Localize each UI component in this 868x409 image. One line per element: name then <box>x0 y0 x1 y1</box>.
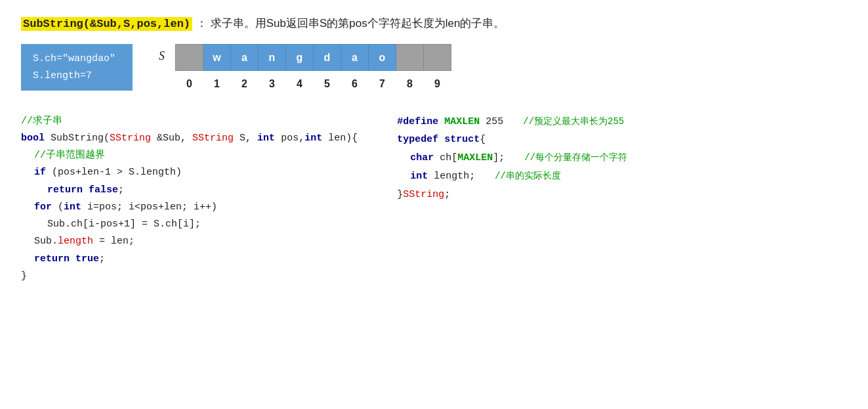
code-section: //求子串 bool SubString(SString &Sub, SStri… <box>21 113 847 286</box>
function-signature: SubString(&Sub,S,pos,len) <box>21 17 192 31</box>
index-cell-6: 6 <box>341 71 369 97</box>
code-line1: bool SubString(SString &Sub, SString S, … <box>21 130 358 147</box>
index-cell-9: 9 <box>424 71 451 97</box>
code-right-line4: int length; <box>410 167 475 186</box>
code-right-line3: char ch[MAXLEN]; <box>410 149 505 167</box>
code-line4: for (int i=pos; i<pos+len; i++) <box>21 199 358 216</box>
char-cell-2: a <box>231 45 258 71</box>
index-cell-4: 4 <box>286 71 314 97</box>
code-right-comment1: //预定义最大串长为255 <box>523 114 624 131</box>
index-cell-2: 2 <box>231 71 258 97</box>
code-line2: if (pos+len-1 > S.length) <box>21 164 358 181</box>
info-box: S.ch="wangdao" S.length=7 <box>21 44 133 91</box>
code-line8: } <box>21 268 358 285</box>
code-right-row1: #define MAXLEN 255 //预定义最大串长为255 <box>397 113 627 131</box>
char-cell-6: a <box>341 45 369 71</box>
code-comment2: //子串范围越界 <box>21 147 358 164</box>
char-cell-5: d <box>314 45 341 71</box>
header: SubString(&Sub,S,pos,len) ： 求子串。用Sub返回串S… <box>21 16 847 31</box>
index-cell-8: 8 <box>396 71 424 97</box>
code-right-row3: char ch[MAXLEN]; //每个分量存储一个字符 <box>397 149 627 167</box>
char-cell-9 <box>424 45 451 71</box>
char-cell-8 <box>396 45 424 71</box>
code-right-row5: }SString; <box>397 186 627 204</box>
code-comment1: //求子串 <box>21 113 358 130</box>
index-cell-7: 7 <box>369 71 396 97</box>
table-area: S wangdao0123456789 <box>159 44 451 97</box>
code-right-comment3: //每个分量存储一个字符 <box>524 150 627 167</box>
code-right-row4: int length; //串的实际长度 <box>397 167 627 186</box>
code-right-row2: typedef struct{ <box>397 131 627 149</box>
char-cell-4: g <box>286 45 314 71</box>
index-cell-5: 5 <box>314 71 341 97</box>
info-line2: S.length=7 <box>33 68 121 85</box>
code-line7: return true; <box>21 251 358 268</box>
index-cell-3: 3 <box>258 71 286 97</box>
info-line1: S.ch="wangdao" <box>33 51 121 68</box>
char-cell-1: w <box>203 45 231 71</box>
middle-section: S.ch="wangdao" S.length=7 S wangdao01234… <box>21 44 847 97</box>
char-cell-7: o <box>369 45 396 71</box>
header-desc: ： 求子串。用Sub返回串S的第pos个字符起长度为len的子串。 <box>196 16 505 31</box>
index-cell-0: 0 <box>176 71 203 97</box>
char-cell-3: n <box>258 45 286 71</box>
code-right: #define MAXLEN 255 //预定义最大串长为255 typedef… <box>397 113 627 204</box>
code-line3: return false; <box>21 182 358 199</box>
s-label: S <box>159 49 165 63</box>
code-line5: Sub.ch[i-pos+1] = S.ch[i]; <box>21 216 358 233</box>
code-line6: Sub.length = len; <box>21 233 358 250</box>
code-left: //求子串 bool SubString(SString &Sub, SStri… <box>21 113 358 286</box>
index-cell-1: 1 <box>203 71 231 97</box>
code-right-comment4: //串的实际长度 <box>495 168 561 185</box>
char-cell-0 <box>176 45 203 71</box>
char-table: wangdao0123456789 <box>175 44 451 97</box>
code-right-line1: #define MAXLEN 255 <box>397 113 503 131</box>
